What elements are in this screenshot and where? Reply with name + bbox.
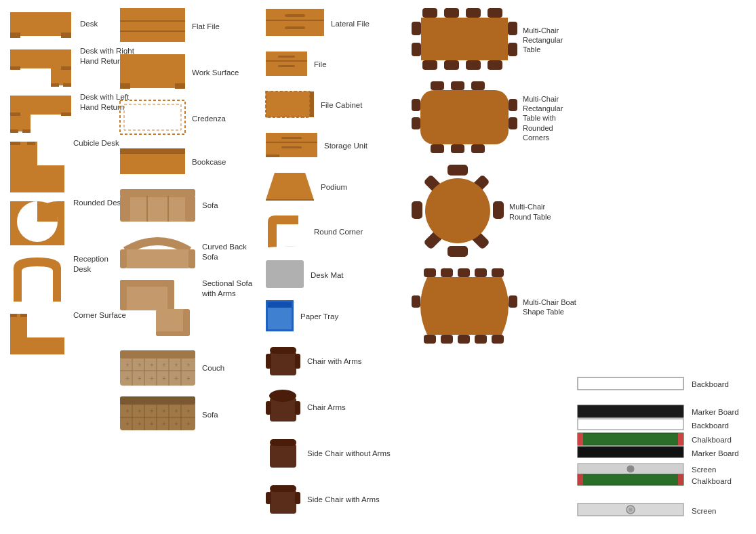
svg-rect-162 bbox=[441, 268, 453, 277]
svg-rect-106 bbox=[281, 146, 302, 148]
multi-rect-item: Multi-ChairRectangularTable bbox=[410, 7, 553, 73]
couch-label: Couch bbox=[202, 363, 256, 373]
bookcase-item: Bookcase bbox=[119, 145, 254, 179]
svg-rect-44 bbox=[188, 249, 195, 268]
svg-rect-2 bbox=[61, 33, 71, 38]
svg-rect-38 bbox=[120, 196, 130, 222]
svg-rect-24 bbox=[10, 314, 17, 317]
svg-rect-32 bbox=[120, 100, 185, 134]
couch-item: + + + + + + + + + + + + Couch bbox=[119, 347, 254, 390]
svg-rect-163 bbox=[458, 268, 470, 277]
svg-point-188 bbox=[629, 508, 633, 512]
sofa-shape bbox=[119, 186, 197, 225]
svg-rect-133 bbox=[444, 60, 459, 70]
svg-rect-128 bbox=[422, 8, 437, 18]
backboard-label2: Backboard bbox=[692, 422, 729, 430]
svg-rect-10 bbox=[10, 115, 31, 131]
svg-text:+: + bbox=[125, 407, 130, 415]
svg-rect-172 bbox=[509, 295, 517, 308]
chair-arms2-item: Chair Arms bbox=[264, 388, 407, 427]
paper-tray-shape bbox=[264, 299, 295, 335]
svg-rect-4 bbox=[51, 68, 71, 85]
svg-rect-105 bbox=[281, 137, 302, 139]
lateral-file-shape bbox=[264, 7, 325, 40]
svg-rect-37 bbox=[120, 189, 195, 197]
svg-rect-127 bbox=[295, 492, 300, 504]
svg-rect-13 bbox=[10, 129, 18, 133]
svg-rect-174 bbox=[578, 405, 683, 417]
side-arms-shape bbox=[264, 480, 302, 519]
svg-rect-167 bbox=[441, 335, 453, 344]
svg-rect-110 bbox=[266, 260, 304, 288]
svg-rect-29 bbox=[120, 54, 185, 88]
multi-rect-round-item: Multi-ChairRectangularTable withRounded … bbox=[410, 80, 553, 157]
marker-board-shape2 bbox=[576, 445, 685, 461]
sectional-label: Sectional Sofa with Arms bbox=[202, 279, 256, 299]
svg-text:+: + bbox=[186, 375, 191, 382]
sofa2-label: Sofa bbox=[202, 410, 256, 420]
svg-rect-23 bbox=[27, 337, 64, 354]
svg-rect-129 bbox=[444, 8, 459, 18]
curved-sofa-label: Curved Back Sofa bbox=[202, 242, 256, 262]
svg-rect-136 bbox=[412, 22, 421, 35]
podium-item: Podium bbox=[264, 169, 407, 205]
svg-rect-145 bbox=[451, 144, 464, 153]
svg-marker-108 bbox=[266, 173, 314, 200]
svg-rect-184 bbox=[578, 474, 583, 485]
sofa2-item: + + + + + + + + + + + + Sofa bbox=[119, 395, 254, 434]
svg-text:+: + bbox=[186, 420, 191, 428]
sectional-shape bbox=[119, 279, 197, 342]
paper-tray-label: Paper Tray bbox=[300, 312, 355, 322]
screen-label2: Screen bbox=[692, 507, 716, 515]
svg-rect-141 bbox=[431, 81, 444, 90]
side-arms-label: Side Chair with Arms bbox=[307, 495, 380, 505]
svg-rect-147 bbox=[412, 99, 420, 111]
svg-rect-39 bbox=[185, 196, 195, 222]
file-cabinet-shape bbox=[264, 90, 315, 121]
svg-text:+: + bbox=[162, 420, 166, 428]
credenza-label: Credenza bbox=[192, 114, 246, 124]
svg-rect-137 bbox=[412, 43, 421, 56]
svg-rect-146 bbox=[471, 144, 485, 153]
desk-left-item: Desk with Left Hand Return bbox=[7, 92, 115, 133]
svg-rect-165 bbox=[492, 268, 504, 277]
svg-rect-6 bbox=[61, 66, 71, 70]
svg-rect-101 bbox=[310, 91, 314, 117]
svg-rect-1 bbox=[10, 33, 20, 38]
desk-left-shape bbox=[7, 92, 75, 133]
svg-rect-51 bbox=[156, 331, 186, 336]
svg-rect-181 bbox=[578, 419, 683, 430]
svg-rect-53 bbox=[120, 350, 195, 358]
svg-point-160 bbox=[425, 178, 490, 243]
svg-rect-140 bbox=[421, 18, 508, 60]
multi-rect-label: Multi-ChairRectangularTable bbox=[523, 26, 577, 55]
svg-text:+: + bbox=[138, 407, 142, 415]
svg-rect-31 bbox=[175, 83, 185, 89]
multi-boat-label: Multi-Chair BoatShape Table bbox=[523, 297, 577, 317]
backboard-shape2 bbox=[576, 417, 685, 434]
svg-rect-142 bbox=[451, 81, 464, 90]
svg-text:+: + bbox=[162, 361, 166, 369]
svg-rect-138 bbox=[508, 22, 517, 35]
desk-shape bbox=[7, 9, 75, 39]
flat-file-item: Flat File bbox=[119, 7, 254, 46]
svg-rect-94 bbox=[285, 14, 305, 17]
chair-arms1-label: Chair with Arms bbox=[307, 356, 362, 367]
side-no-arms-shape bbox=[264, 434, 302, 473]
bookcase-shape bbox=[119, 147, 186, 178]
svg-rect-130 bbox=[466, 8, 481, 18]
multi-round-item: Multi-ChairRound Table bbox=[410, 163, 553, 260]
multi-round-shape bbox=[410, 163, 505, 260]
backboard-label: Backboard bbox=[692, 379, 746, 390]
svg-text:+: + bbox=[138, 361, 142, 369]
svg-rect-97 bbox=[266, 60, 307, 62]
round-corner-shape bbox=[264, 212, 309, 251]
storage-label: Storage Unit bbox=[324, 141, 378, 151]
side-arms-item: Side Chair with Arms bbox=[264, 480, 407, 519]
svg-rect-36 bbox=[120, 196, 195, 222]
screen-row: Screen bbox=[576, 500, 749, 521]
file-cabinet-label: File Cabinet bbox=[321, 100, 375, 110]
svg-rect-35 bbox=[120, 148, 185, 154]
chair-arms2-shape bbox=[264, 388, 302, 427]
multi-rect-round-shape bbox=[410, 80, 519, 157]
